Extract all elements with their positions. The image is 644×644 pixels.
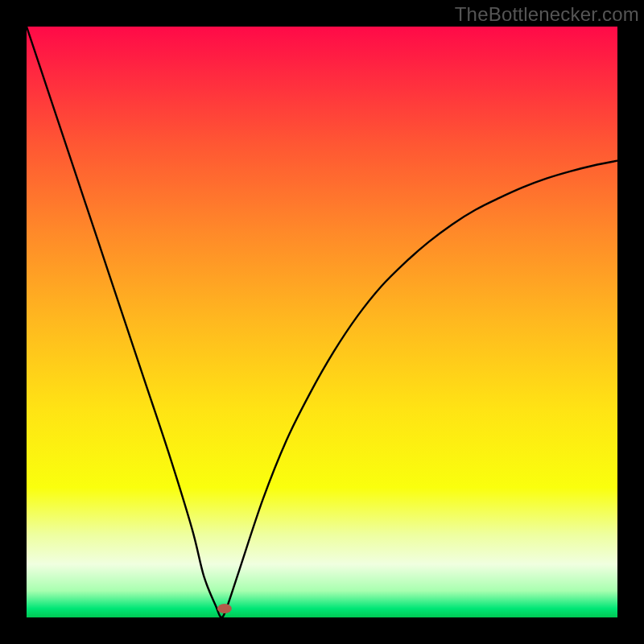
- chart-frame: TheBottlenecker.com: [0, 0, 644, 644]
- operating-point-marker: [217, 604, 232, 613]
- chart-plot-area: [27, 27, 617, 617]
- attribution-text: TheBottlenecker.com: [455, 3, 639, 26]
- gradient-background: [27, 27, 617, 617]
- chart-svg: [27, 27, 617, 617]
